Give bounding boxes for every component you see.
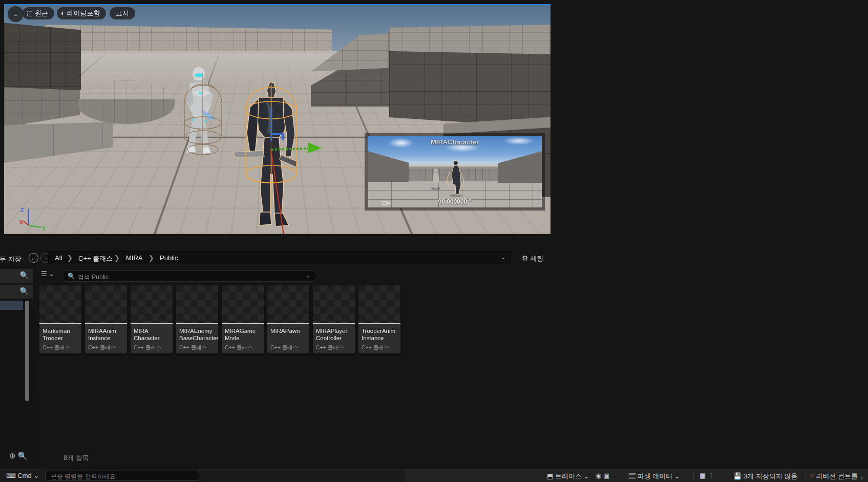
svg-text:Z: Z	[20, 207, 24, 213]
svg-text:X: X	[19, 219, 24, 225]
svg-text:Y: Y	[42, 225, 46, 232]
